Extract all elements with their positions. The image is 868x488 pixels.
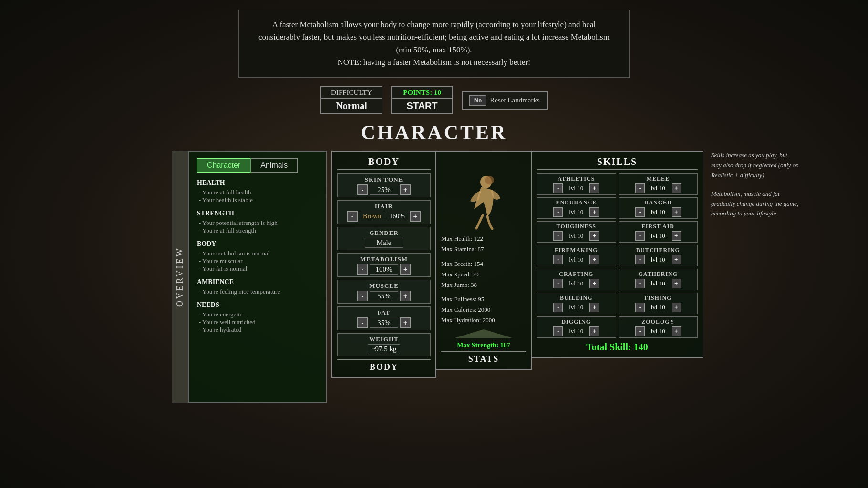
zoology-minus[interactable]: - [635,326,645,336]
start-button[interactable]: START [392,99,452,113]
muscle-minus[interactable]: - [357,291,368,301]
skin-tone-value: 25% [370,185,398,195]
needs-item-1: - You're energetic [197,311,318,318]
reset-label: Reset Landmarks [490,96,540,104]
character-figure [460,173,507,231]
strength-bar [455,329,512,338]
melee-minus[interactable]: - [635,183,645,193]
firemaking-plus[interactable]: + [589,255,599,264]
overview-sidebar: OVERVIEW Character Animals HEALTH - You'… [172,151,327,403]
hair-color-value: Brown [360,212,384,221]
gathering-value: lvl 10 [646,280,670,287]
hair-minus[interactable]: - [347,211,358,222]
first-aid-plus[interactable]: + [672,231,681,241]
health-item-1: - You're at full health [197,189,318,196]
skin-tone-minus[interactable]: - [357,184,368,195]
crafting-value: lvl 10 [564,280,588,287]
tab-character[interactable]: Character [197,158,250,173]
ranged-minus[interactable]: - [635,207,645,217]
max-strength: Max Strength: 107 [457,342,510,349]
skin-tone-plus[interactable]: + [400,184,411,195]
skills-grid: ATHLETICS - lvl 10 + MELEE - lvl 10 [537,173,698,338]
ranged-plus[interactable]: + [672,207,681,217]
digging-minus[interactable]: - [553,326,563,336]
metabolism-value: 100% [370,264,398,274]
stat-metabolism: METABOLISM - 100% + [337,253,431,277]
firemaking-value: lvl 10 [564,256,588,264]
right-note-2: Metabolism, muscle and fat gradually cha… [711,189,799,219]
points-start-block[interactable]: POINTS: 10 START [391,86,453,114]
firemaking-minus[interactable]: - [553,255,563,264]
weight-value: ~97.5 kg [368,344,400,354]
crafting-plus[interactable]: + [589,279,599,288]
stat-fat: FAT - 35% + [337,306,431,330]
crafting-minus[interactable]: - [553,279,563,288]
stat-max-fullness: Max Fullness: 95 [441,294,526,305]
melee-value: lvl 10 [646,184,670,192]
stat-max-health: Max Health: 122 [441,234,526,244]
endurance-plus[interactable]: + [589,207,599,217]
skill-athletics: ATHLETICS - lvl 10 + [537,173,616,195]
tab-animals[interactable]: Animals [250,158,298,173]
endurance-value: lvl 10 [564,208,588,216]
butchering-plus[interactable]: + [672,255,681,264]
strength-title: STRENGTH [197,210,318,217]
main-area: OVERVIEW Character Animals HEALTH - You'… [172,151,696,403]
stat-max-hydration: Max Hydration: 2000 [441,315,526,325]
digging-plus[interactable]: + [589,326,599,336]
sidebar-panel: Character Animals HEALTH - You're at ful… [188,151,327,403]
stat-muscle: MUSCLE - 55% + [337,280,431,304]
athletics-minus[interactable]: - [553,183,563,193]
stat-max-speed: Max Speed: 79 [441,269,526,280]
hair-pct-value: 160% [386,212,408,221]
fishing-plus[interactable]: + [672,303,681,312]
athletics-plus[interactable]: + [589,183,599,193]
body-panel-title: BODY [337,156,431,170]
metabolism-plus[interactable]: + [400,264,411,274]
stat-hair: HAIR - Brown 160% + [337,200,431,224]
building-plus[interactable]: + [589,303,599,312]
strength-indicator: Max Strength: 107 [441,329,526,349]
building-minus[interactable]: - [553,303,563,312]
metabolism-minus[interactable]: - [357,264,368,274]
toughness-plus[interactable]: + [589,231,599,241]
total-skill: Total Skill: 140 [537,342,698,353]
gathering-minus[interactable]: - [635,279,645,288]
muscle-plus[interactable]: + [400,291,411,301]
body-item-1: - Your metabolism is normal [197,250,318,257]
right-panel: Skills increase as you play, but may als… [703,151,799,227]
muscle-value: 55% [370,291,398,301]
first-aid-minus[interactable]: - [635,231,645,241]
skill-endurance: ENDURANCE - lvl 10 + [537,197,616,219]
difficulty-block: DIFFICULTY Normal [320,86,382,114]
butchering-minus[interactable]: - [635,255,645,264]
stat-max-calories: Max Calories: 2000 [441,305,526,315]
fat-minus[interactable]: - [357,317,368,328]
stats-bottom-label: STATS [441,351,526,364]
fishing-minus[interactable]: - [635,303,645,312]
difficulty-label: DIFFICULTY [321,87,382,99]
ambience-title: AMBIENCE [197,278,318,286]
skill-firemaking: FIREMAKING - lvl 10 + [537,245,616,266]
toughness-minus[interactable]: - [553,231,563,241]
butchering-value: lvl 10 [646,256,670,264]
sidebar-tabs: Character Animals [197,158,318,173]
skills-panel: SKILLS ATHLETICS - lvl 10 + MELEE [532,151,703,358]
melee-plus[interactable]: + [672,183,681,193]
points-label: POINTS: 10 [392,87,452,99]
ranged-value: lvl 10 [646,208,670,216]
fat-plus[interactable]: + [400,317,411,328]
endurance-minus[interactable]: - [553,207,563,217]
athletics-value: lvl 10 [564,184,588,192]
gathering-plus[interactable]: + [672,279,681,288]
zoology-plus[interactable]: + [672,326,681,336]
needs-item-3: - You're hydrated [197,326,318,334]
body-bottom-label: BODY [337,359,431,372]
fishing-value: lvl 10 [646,304,670,311]
health-title: HEALTH [197,179,318,187]
skill-building: BUILDING - lvl 10 + [537,293,616,314]
strength-item-2: - You're at full strength [197,227,318,234]
hair-plus[interactable]: + [410,211,421,222]
skill-digging: DIGGING - lvl 10 + [537,316,616,338]
reset-block[interactable]: No Reset Landmarks [462,92,548,110]
